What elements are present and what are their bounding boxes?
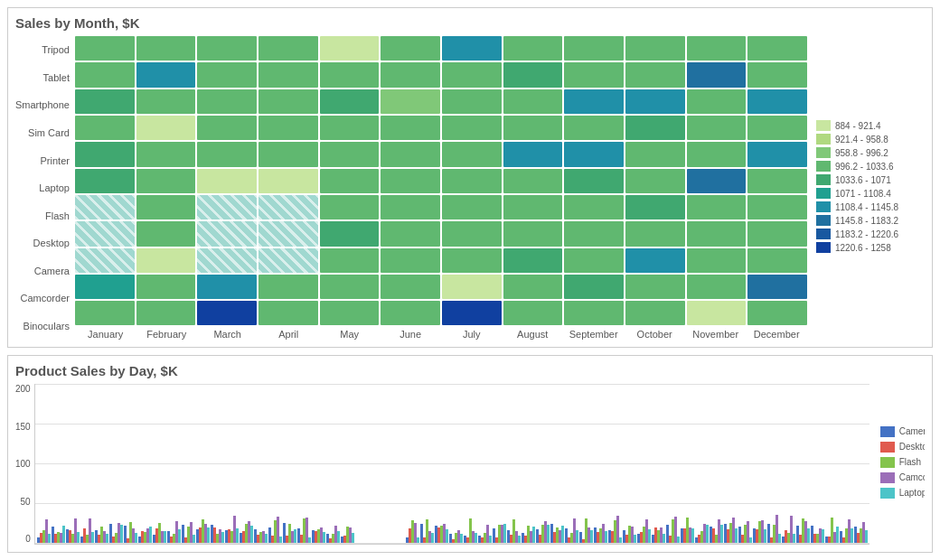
heatmap-cell[interactable] — [136, 301, 196, 325]
bar-group[interactable] — [109, 523, 123, 544]
heatmap-cell[interactable] — [747, 89, 807, 114]
heatmap-cell[interactable] — [503, 36, 563, 61]
bar-group[interactable] — [767, 515, 781, 544]
heatmap-cell[interactable] — [381, 116, 440, 140]
bar[interactable] — [793, 534, 795, 544]
bar[interactable] — [677, 537, 680, 544]
heatmap-cell[interactable] — [381, 248, 440, 273]
bar[interactable] — [749, 537, 752, 544]
heatmap-cell[interactable] — [564, 169, 624, 193]
bar[interactable] — [691, 528, 694, 544]
bar[interactable] — [590, 530, 593, 544]
heatmap-cell[interactable] — [136, 248, 196, 273]
heatmap-cell[interactable] — [136, 89, 196, 114]
heatmap-cell[interactable] — [381, 89, 440, 114]
bar-group[interactable] — [666, 517, 680, 544]
heatmap-cell[interactable] — [442, 195, 502, 219]
heatmap-cell[interactable] — [258, 116, 318, 140]
heatmap-cell[interactable] — [320, 89, 380, 114]
heatmap-cell[interactable] — [136, 62, 196, 87]
heatmap-cell[interactable] — [197, 62, 257, 87]
heatmap-cell[interactable] — [687, 221, 747, 246]
heatmap-cell[interactable] — [687, 275, 747, 299]
heatmap-cell[interactable] — [564, 142, 624, 166]
bar-group[interactable] — [782, 516, 795, 544]
bar-group[interactable] — [297, 518, 311, 544]
heatmap-cell[interactable] — [564, 89, 624, 114]
bar-group[interactable] — [283, 523, 296, 544]
bar-group[interactable] — [138, 527, 152, 544]
heatmap-cell[interactable] — [75, 36, 135, 61]
bar-group[interactable] — [52, 526, 65, 544]
bar[interactable] — [48, 534, 51, 544]
heatmap-cell[interactable] — [625, 248, 685, 273]
bar-group[interactable] — [854, 522, 868, 544]
heatmap-cell[interactable] — [687, 36, 747, 61]
bar[interactable] — [735, 528, 738, 544]
bar-group[interactable] — [507, 519, 521, 544]
heatmap-cell[interactable] — [503, 62, 563, 87]
heatmap-cell[interactable] — [258, 275, 318, 299]
heatmap-cell[interactable] — [320, 195, 380, 219]
bar-group[interactable] — [435, 524, 448, 544]
bar-group[interactable] — [753, 520, 766, 544]
bar-group[interactable] — [464, 518, 477, 544]
heatmap-cell[interactable] — [687, 89, 747, 114]
bar[interactable] — [764, 529, 766, 544]
heatmap-cell[interactable] — [136, 142, 196, 166]
bar-group[interactable] — [796, 518, 810, 544]
heatmap-cell[interactable] — [747, 36, 807, 61]
heatmap-cell[interactable] — [625, 62, 685, 87]
bar[interactable] — [279, 537, 282, 544]
bar[interactable] — [431, 533, 434, 544]
heatmap-cell[interactable] — [320, 169, 380, 193]
bar-group[interactable] — [254, 529, 268, 544]
bar[interactable] — [561, 526, 564, 544]
bar-group[interactable] — [652, 527, 665, 544]
heatmap-cell[interactable] — [687, 142, 747, 166]
bar[interactable] — [851, 528, 853, 544]
heatmap-cell[interactable] — [136, 275, 196, 299]
heatmap-cell[interactable] — [564, 275, 624, 299]
heatmap-cell[interactable] — [625, 89, 685, 114]
bar-group[interactable] — [536, 521, 550, 544]
heatmap-cell[interactable] — [197, 195, 257, 219]
heatmap-cell[interactable] — [687, 195, 747, 219]
bar-group[interactable] — [695, 524, 709, 544]
heatmap-cell[interactable] — [687, 62, 747, 87]
heatmap-cell[interactable] — [75, 89, 135, 114]
heatmap-cell[interactable] — [687, 169, 747, 193]
heatmap-cell[interactable] — [503, 275, 563, 299]
bar[interactable] — [352, 533, 354, 544]
heatmap-cell[interactable] — [381, 169, 440, 193]
bar-group[interactable] — [66, 518, 80, 544]
bar[interactable] — [178, 529, 181, 544]
heatmap-cell[interactable] — [442, 62, 502, 87]
bar[interactable] — [547, 525, 550, 544]
heatmap-cell[interactable] — [747, 301, 807, 325]
heatmap-cell[interactable] — [564, 116, 624, 140]
heatmap-cell[interactable] — [136, 221, 196, 246]
bar-group[interactable] — [268, 517, 282, 544]
heatmap-cell[interactable] — [381, 221, 440, 246]
heatmap-cell[interactable] — [258, 221, 318, 246]
heatmap-cell[interactable] — [75, 195, 135, 219]
heatmap-cell[interactable] — [442, 36, 502, 61]
heatmap-cell[interactable] — [75, 169, 135, 193]
heatmap-cell[interactable] — [564, 36, 624, 61]
heatmap-cell[interactable] — [503, 221, 563, 246]
heatmap-cell[interactable] — [442, 142, 502, 166]
bar-group[interactable] — [681, 518, 694, 544]
heatmap-cell[interactable] — [442, 301, 502, 325]
heatmap-cell[interactable] — [381, 36, 440, 61]
heatmap-cell[interactable] — [747, 248, 807, 273]
heatmap-cell[interactable] — [747, 142, 807, 166]
bar-group[interactable] — [196, 519, 210, 544]
bar[interactable] — [120, 525, 123, 544]
bar[interactable] — [221, 532, 224, 544]
heatmap-cell[interactable] — [747, 275, 807, 299]
bar[interactable] — [619, 537, 622, 544]
bar-group[interactable] — [211, 525, 224, 544]
heatmap-cell[interactable] — [381, 301, 440, 325]
heatmap-cell[interactable] — [197, 89, 257, 114]
